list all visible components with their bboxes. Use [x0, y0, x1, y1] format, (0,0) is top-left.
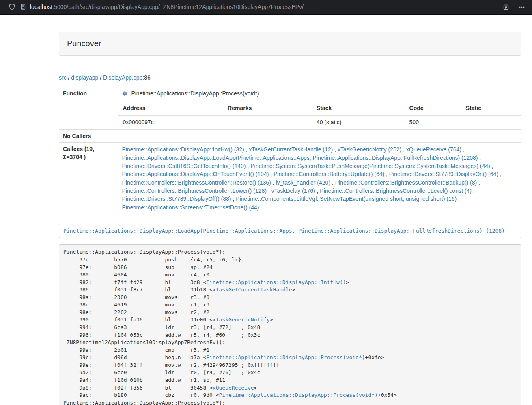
callee-link[interactable]: lv_task_handler (420)	[276, 179, 330, 186]
callees-row: Callees (19, Σ=3704 ) Pinetime::Applicat…	[59, 143, 521, 214]
breadcrumb-link[interactable]: src	[59, 74, 67, 81]
reader-view-icon[interactable]	[503, 4, 509, 11]
callee-link[interactable]: Pinetime::Components::LittleVgl::SetNewT…	[236, 196, 457, 202]
code-symbol-link[interactable]: xTaskGenericNotify	[213, 317, 270, 323]
callee-link[interactable]: Pinetime::Controllers::Battery::Update()…	[274, 171, 384, 177]
callee-separator: ,	[231, 196, 236, 202]
page-container: Puncover src / displayapp / DisplayApp.c…	[59, 32, 521, 405]
callee-separator: ,	[330, 179, 335, 186]
callee-link[interactable]: Pinetime::Controllers::BrightnessControl…	[122, 187, 267, 194]
code-line: 986: f031 f8c7 bl 31b18 <xTaskGetCurrent…	[63, 286, 517, 294]
callee-link[interactable]: Pinetime::System::SystemTask::PushMessag…	[250, 163, 490, 169]
callee-link[interactable]: xTaskGetCurrentTaskHandle (12)	[249, 146, 333, 153]
stats-value	[223, 115, 312, 129]
breadcrumb: src / displayapp / DisplayApp.cpp:86	[59, 74, 521, 82]
stats-column-header: Address	[118, 101, 223, 115]
stats-value: 0x0000097c	[118, 115, 223, 129]
stats-column-header: Static	[461, 101, 521, 115]
callee-separator: ,	[244, 146, 249, 153]
callee-link[interactable]: Pinetime::Applications::DisplayApp::Init…	[122, 146, 244, 153]
stats-row-label	[59, 101, 118, 129]
callee-link[interactable]: Pinetime::Drivers::St7789::DisplayOff() …	[122, 196, 231, 202]
callee-link[interactable]: Pinetime::Applications::DisplayApp::OnTo…	[122, 171, 269, 177]
code-line: _ZN8Pinetime12Applications10DisplayApp7R…	[63, 339, 517, 347]
code-symbol-link[interactable]: xQueueReceive	[213, 385, 254, 391]
stats-value: 500	[405, 115, 461, 129]
code-line: 996: f104 053c add.w r5, r4, #60 ; 0x3c	[63, 332, 517, 339]
code-symbol-link[interactable]: Pinetime::Applications::DisplayApp::Proc…	[206, 354, 365, 360]
callee-separator: ,	[384, 171, 389, 177]
divider	[59, 67, 521, 67]
callee-link[interactable]: Pinetime::Controllers::BrightnessControl…	[122, 179, 271, 186]
callee-separator: ,	[461, 146, 465, 153]
callee-separator: ,	[246, 163, 251, 169]
callee-link[interactable]: Pinetime::Drivers::Cst816S::GetTouchInfo…	[122, 163, 246, 169]
callee-separator: ,	[457, 196, 460, 202]
callee-link[interactable]: Pinetime::Controllers::BrightnessControl…	[335, 179, 477, 186]
url-host: localhost	[30, 4, 52, 10]
overflow-menu-icon[interactable]	[518, 4, 526, 11]
code-line: 99a: 2b01 cmp r3, #1	[63, 347, 517, 354]
code-line: 994: 6ca3 ldr r3, [r4, #72] ; 0x48	[63, 324, 517, 332]
breadcrumb-separator: /	[98, 74, 103, 81]
code-line: 980: 4604 mov r4, r0	[63, 271, 517, 279]
callee-separator: ,	[498, 171, 502, 177]
callee-separator: ,	[478, 155, 481, 161]
code-symbol-link[interactable]: Pinetime::Applications::DisplayApp::Init…	[206, 279, 346, 285]
code-symbol-link[interactable]: Pinetime::Applications::DisplayApp::Proc…	[219, 392, 378, 398]
function-row: Function Pinetime::Applications::Display…	[59, 87, 521, 101]
code-line: 98e: 2202 movs r2, #2	[63, 309, 517, 317]
callee-link[interactable]: Pinetime::Applications::DisplayApp::Load…	[122, 155, 478, 161]
browser-bar: localhost:5000/path/src/displayapp/Displ…	[0, 0, 532, 15]
no-callers-row: No Callers	[59, 129, 521, 143]
highlighted-symbol-link[interactable]: Pinetime::Applications::DisplayApp::Load…	[63, 228, 505, 234]
stats-column-header: Code	[405, 101, 461, 115]
function-name: Pinetime::Applications::DisplayApp::Proc…	[131, 90, 259, 97]
callee-separator: ,	[267, 187, 271, 194]
breadcrumb-link[interactable]: DisplayApp.cpp:	[103, 74, 144, 81]
stats-column-header: Stack	[312, 101, 405, 115]
code-line: 9ac: b180 cbz r0, 9d0 <Pinetime::Applica…	[63, 392, 517, 399]
callee-separator: ,	[333, 146, 338, 153]
code-line: 9a8: f02f fd56 bl 30458 <xQueueReceive>	[63, 384, 517, 392]
code-line: 98c: 4619 mov r1, r3	[63, 301, 517, 309]
function-type-icon	[122, 90, 127, 99]
stats-header-row: AddressRemarksStackCodeStatic	[118, 101, 522, 115]
page-title: Puncover	[67, 38, 513, 50]
tracking-protection-shield-icon[interactable]	[9, 4, 15, 11]
breadcrumb-text: 86	[144, 74, 151, 81]
callee-separator: ,	[477, 179, 480, 186]
puncover-title-panel: Puncover	[59, 32, 521, 56]
url-text[interactable]: localhost:5000/path/src/displayapp/Displ…	[30, 3, 304, 11]
callee-link[interactable]: xTaskGenericNotify (252)	[338, 146, 401, 153]
stats-column-header: Remarks	[223, 101, 312, 115]
breadcrumb-link[interactable]: displayapp	[71, 74, 98, 81]
stats-value: 40 (static)	[312, 115, 405, 129]
callee-separator: ,	[472, 187, 475, 194]
code-line: Pinetime::Applications::DisplayApp::Proc…	[63, 248, 517, 256]
stats-values-row: 0x0000097c40 (static)500	[118, 115, 522, 129]
callee-link[interactable]: vTaskDelay (176)	[271, 187, 315, 194]
callee-separator: ,	[490, 163, 493, 169]
code-symbol-link[interactable]: xTaskGetCurrentTaskHandle	[213, 287, 292, 293]
callee-link[interactable]: Pinetime::Drivers::St7789::DisplayOn() (…	[389, 171, 498, 177]
highlight-box: Pinetime::Applications::DisplayApp::Load…	[59, 224, 521, 239]
page-info-icon[interactable]	[20, 4, 26, 10]
code-line: Pinetime::Applications::DisplayApp::Proc…	[63, 399, 517, 405]
stats-value	[461, 115, 521, 129]
callee-link[interactable]: Pinetime::Applications::Screens::Timer::…	[122, 204, 259, 211]
callee-separator: ,	[269, 171, 274, 177]
code-line: 99c: d06d beq.n a7a <Pinetime::Applicati…	[63, 354, 517, 362]
url-path: :5000/path/src/displayapp/DisplayApp.cpp…	[52, 4, 304, 10]
callee-separator: ,	[401, 146, 406, 153]
code-line: 9a2: 6ce0 ldr r0, [r4, #76] ; 0x4c	[63, 369, 517, 377]
code-line: 982: f7ff fd29 bl 3d8 <Pinetime::Applica…	[63, 279, 517, 287]
callee-link[interactable]: xQueueReceive (764)	[406, 146, 461, 153]
code-line: 97e: b086 sub sp, #24	[63, 264, 517, 271]
symbol-table: Function Pinetime::Applications::Display…	[59, 87, 521, 214]
callees-label: Callees (19, Σ=3704 )	[59, 143, 118, 214]
callee-link[interactable]: Pinetime::Controllers::BrightnessControl…	[320, 187, 471, 194]
code-line: 990: f031 fa36 bl 31e00 <xTaskGenericNot…	[63, 316, 517, 324]
url-bar[interactable]: localhost:5000/path/src/displayapp/Displ…	[20, 3, 497, 11]
no-callers-label: No Callers	[59, 129, 118, 143]
